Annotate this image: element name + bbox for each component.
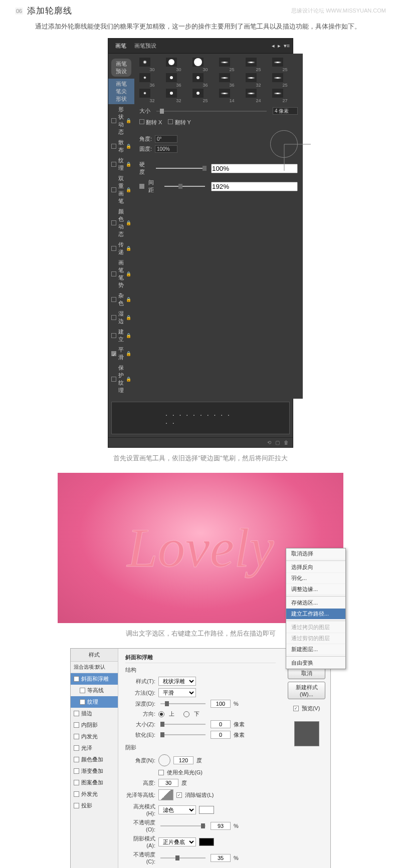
brush-swatch[interactable]: 36 [219, 73, 245, 88]
brush-option-建立[interactable]: 建立🔒 [108, 327, 134, 345]
brush-swatch[interactable]: 30 [139, 58, 165, 72]
arrow-left-icon[interactable]: ◂ [272, 43, 275, 49]
checkbox-icon[interactable] [74, 711, 79, 716]
checkbox-icon[interactable] [111, 144, 116, 149]
style-item-斜面和浮雕[interactable]: ✓斜面和浮雕 [71, 673, 118, 685]
brush-swatch[interactable]: 36 [192, 73, 218, 88]
checkbox-icon[interactable] [111, 162, 116, 167]
altitude-input[interactable] [158, 779, 178, 787]
checkbox-icon[interactable] [74, 757, 79, 762]
flip-x-checkbox[interactable] [139, 119, 144, 124]
new-icon[interactable]: ▢ [275, 440, 280, 445]
highlight-color-swatch[interactable] [199, 806, 214, 814]
tab-brush-preset[interactable]: 画笔预设 [130, 41, 160, 51]
brush-option-杂色[interactable]: 杂色🔒 [108, 291, 134, 309]
checkbox-icon[interactable] [111, 377, 116, 382]
checkbox-icon[interactable] [111, 246, 116, 251]
style-item-等高线[interactable]: 等高线 [71, 685, 118, 696]
angle-dial-icon[interactable] [158, 754, 170, 766]
depth-input[interactable] [211, 700, 231, 708]
brush-option-传递[interactable]: 传递🔒 [108, 239, 134, 257]
bevel-size-input[interactable] [211, 720, 231, 728]
brush-swatch[interactable]: 30 [192, 58, 218, 72]
brush-option-画笔笔尖形状[interactable]: 画笔笔尖形状 [108, 79, 134, 104]
arrow-right-icon[interactable]: ▸ [278, 43, 281, 49]
style-item-内发光[interactable]: 内发光 [71, 731, 118, 742]
highlight-opacity-input[interactable] [211, 822, 231, 830]
flip-y-checkbox[interactable] [168, 119, 173, 124]
menu-item[interactable]: 调整边缘... [286, 584, 345, 595]
dir-up-radio[interactable] [158, 711, 166, 717]
shadow-mode-select[interactable]: 正片叠底 [158, 837, 196, 846]
roundness-input[interactable] [155, 145, 177, 153]
menu-item[interactable]: 通过剪切的图层 [286, 633, 345, 644]
angle-input[interactable] [155, 135, 177, 143]
checkbox-icon[interactable] [74, 791, 79, 797]
brush-option-湿边[interactable]: 湿边🔒 [108, 309, 134, 327]
checkbox-icon[interactable] [111, 315, 116, 320]
style-item-渐变叠加[interactable]: 渐变叠加 [71, 765, 118, 777]
brush-swatch[interactable]: 14 [219, 89, 245, 103]
toggle-icon[interactable]: ⟲ [267, 440, 271, 445]
menu-item[interactable]: 存储选区... [286, 598, 345, 609]
style-item-图案叠加[interactable]: 图案叠加 [71, 777, 118, 788]
method-select[interactable]: 平滑 [158, 688, 196, 697]
dir-down-radio[interactable] [183, 711, 191, 717]
brush-option-纹理[interactable]: 纹理🔒 [108, 155, 134, 173]
checkbox-icon[interactable] [111, 118, 116, 123]
size-input[interactable] [273, 107, 298, 115]
checkbox-icon[interactable] [111, 297, 116, 302]
brush-swatch[interactable]: 25 [246, 58, 271, 72]
brush-swatch[interactable]: 36 [139, 73, 165, 88]
global-light-checkbox[interactable] [158, 770, 164, 775]
brush-swatch[interactable]: 36 [166, 73, 191, 88]
style-item-颜色叠加[interactable]: 颜色叠加 [71, 754, 118, 765]
checkbox-icon[interactable] [111, 187, 116, 192]
cancel-button[interactable]: 取消 [288, 668, 325, 679]
brush-swatch[interactable]: 25 [272, 73, 298, 88]
brush-option-形状动态[interactable]: 形状动态🔒 [108, 104, 134, 137]
new-style-button[interactable]: 新建样式(W)... [288, 682, 325, 699]
brush-swatch[interactable]: 24 [246, 89, 271, 103]
angle-control-icon[interactable] [270, 130, 298, 158]
soften-input[interactable] [211, 731, 231, 739]
checkbox-icon[interactable]: ✓ [74, 676, 79, 682]
spacing-checkbox[interactable] [139, 184, 144, 189]
menu-item[interactable]: 新建图层... [286, 644, 345, 655]
antialias-checkbox[interactable]: ✓ [176, 792, 182, 798]
menu-item[interactable]: 选择反向 [286, 562, 345, 573]
brush-swatch[interactable]: 32 [246, 73, 271, 88]
blend-options[interactable]: 混合选项:默认 [71, 662, 118, 673]
brush-option-平滑[interactable]: ✓平滑🔒 [108, 345, 134, 363]
checkbox-icon[interactable] [80, 699, 85, 705]
spacing-input[interactable] [211, 182, 298, 191]
menu-item[interactable]: 通过拷贝的图层 [286, 622, 345, 633]
shadow-opacity-input[interactable] [211, 854, 231, 862]
brush-preset-button[interactable]: 画笔预设 [111, 59, 131, 77]
checkbox-icon[interactable] [80, 688, 85, 693]
menu-item[interactable]: 建立工作路径... [286, 609, 345, 620]
brush-option-保护纹理[interactable]: 保护纹理🔒 [108, 363, 134, 396]
checkbox-icon[interactable] [111, 220, 116, 225]
panel-menu-icon[interactable]: ▾≡ [284, 43, 290, 49]
checkbox-icon[interactable] [74, 768, 79, 774]
style-item-光泽[interactable]: 光泽 [71, 742, 118, 754]
checkbox-icon[interactable]: ✓ [111, 351, 116, 356]
brush-option-颜色动态[interactable]: 颜色动态🔒 [108, 206, 134, 239]
highlight-mode-select[interactable]: 滤色 [158, 805, 196, 814]
brush-swatch[interactable]: 27 [272, 89, 298, 103]
checkbox-icon[interactable] [74, 745, 79, 751]
style-item-描边[interactable]: 描边 [71, 708, 118, 719]
checkbox-icon[interactable] [74, 803, 79, 808]
shade-angle-input[interactable] [173, 756, 193, 764]
preview-checkbox[interactable]: ✓ [293, 706, 299, 711]
style-item-内阴影[interactable]: 内阴影 [71, 719, 118, 731]
brush-swatch[interactable]: 25 [272, 58, 298, 72]
contour-icon[interactable] [158, 789, 173, 800]
brush-option-散布[interactable]: 散布🔒 [108, 137, 134, 155]
menu-item[interactable]: 取消选择 [286, 548, 345, 559]
checkbox-icon[interactable] [74, 780, 79, 785]
tab-brush[interactable]: 画笔 [111, 41, 130, 51]
checkbox-icon[interactable] [111, 271, 116, 276]
menu-item[interactable]: 自由变换 [286, 658, 345, 669]
